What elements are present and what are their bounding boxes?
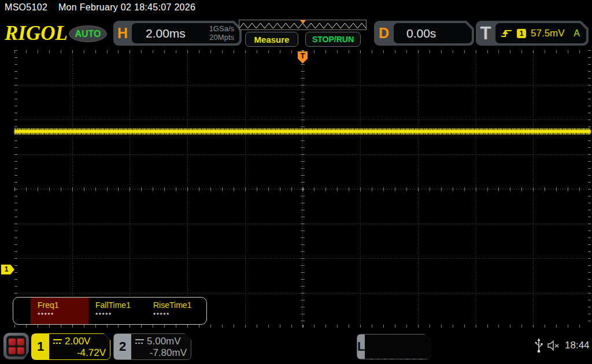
quick-menu-button[interactable] [3,333,29,359]
channel2-scale: 5.00mV [147,336,181,347]
run-stop-button[interactable]: STOP/RUN [305,32,361,47]
logic-analyzer-panel[interactable]: L 0 1 2 3 4 5 6 7 8 9 1011 12131415 [357,334,431,359]
vertical-gridline [187,50,188,328]
horizontal-gridline [14,224,591,224]
measurement-item-falltime1[interactable]: FallTime1 ***** [88,298,146,324]
horizontal-gridline [14,154,591,155]
vertical-gridline [360,50,361,328]
overview-zigzag-trace [239,23,366,28]
measurement-value: ***** [38,311,88,318]
channel1-scale: 2.00V [65,336,90,347]
measurement-item-risetime1[interactable]: RiseTime1 ***** [146,298,204,324]
vertical-gridline [476,50,476,328]
model-name: MSO5102 [5,2,47,12]
rigol-logo: RIGOL [5,22,68,45]
datetime: Mon February 02 18:45:07 2026 [58,2,195,12]
trigger-sweep-mode: A [574,28,580,39]
channel1-status-panel[interactable]: 1 2.00V -4.72V [31,333,110,360]
timebase-value: 2.00ms [146,27,209,40]
vertical-gridline [533,50,534,328]
speaker-muted-icon[interactable] [547,340,561,351]
trigger-position-marker[interactable]: T [298,51,308,64]
vertical-gridline [418,50,419,328]
sample-rate-depth: 1GSa/s 20Mpts [209,25,234,42]
measurement-value: ***** [95,311,146,318]
dc-coupling-icon [135,339,144,344]
trigger-panel[interactable]: T 1 57.5mV A [476,21,589,46]
memory-depth: 20Mpts [209,34,234,42]
channel1-ground-marker[interactable]: 1 [1,265,14,274]
measurement-value: ***** [153,311,204,318]
measurement-panel: Freq1 ***** FallTime1 ***** RiseTime1 **… [13,297,207,325]
quick-menu-icon [6,336,26,356]
channel2-number-tab: 2 [114,334,131,359]
logic-analyzer-tab: L [357,335,365,359]
channel1-number-tab: 1 [32,334,49,359]
horizontal-label: H [113,25,132,42]
usb-icon [535,338,543,353]
measurement-item-freq1[interactable]: Freq1 ***** [31,298,88,324]
measurement-label: Freq1 [38,300,88,310]
horizontal-gridline [14,85,591,86]
graticule: T [14,50,591,328]
vertical-gridline [130,50,130,328]
horizontal-gridline [14,293,591,294]
vertical-gridline [245,50,246,328]
horizontal-gridline [14,258,591,259]
measurement-label: RiseTime1 [153,300,204,310]
trigger-level-value: 57.5mV [531,28,565,39]
trigger-source-badge: 1 [517,29,526,38]
measurement-label: FallTime1 [95,300,146,310]
logic-channels-row1: 0 1 2 3 4 5 6 7 [369,356,431,359]
delay-panel[interactable]: D 0.00s [374,21,474,46]
delay-label: D [374,25,394,42]
horizontal-gridline [14,120,591,120]
vertical-gridline [72,50,73,328]
rising-edge-icon [501,29,512,38]
oscilloscope-screen: MSO5102 Mon February 02 18:45:07 2026 RI… [0,0,592,364]
acquire-mode-badge[interactable]: AUTO [69,25,107,42]
waveform-overview-strip[interactable] [239,20,367,30]
title-bar: MSO5102 Mon February 02 18:45:07 2026 [5,2,195,13]
sample-rate: 1GSa/s [209,25,234,34]
clock: 18:44 [565,340,590,351]
overview-trigger-position-icon [300,20,306,24]
trigger-label: T [476,23,495,44]
channel2-offset: -7.80mV [135,347,187,359]
logic-channel-list: 0 1 2 3 4 5 6 7 8 9 1011 12131415 [365,335,431,359]
delay-value: 0.00s [406,27,436,40]
dc-coupling-icon [53,339,62,344]
channel2-status-panel[interactable]: 2 5.00mV -7.80mV [113,333,191,360]
center-horizontal-ticks [14,187,591,191]
channel1-trace [14,128,591,135]
horizontal-panel[interactable]: H 2.00ms 1GSa/s 20Mpts [113,21,242,46]
channel1-offset: -4.72V [53,347,106,359]
measure-button[interactable]: Measure [245,32,298,47]
